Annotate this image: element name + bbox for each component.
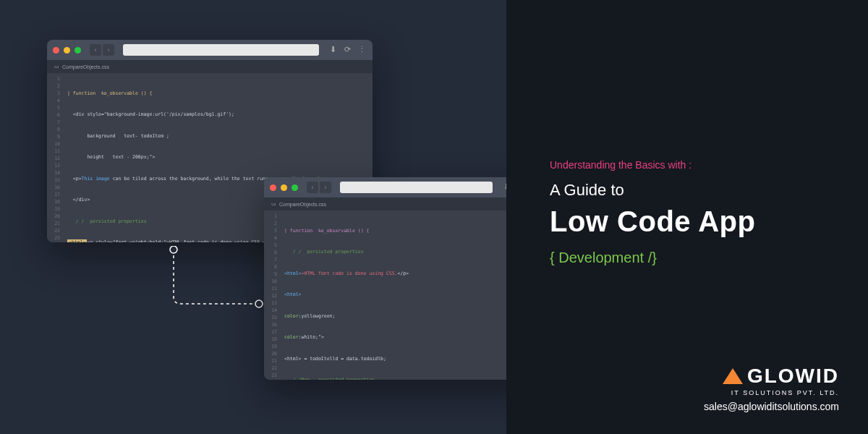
url-bar[interactable]	[123, 44, 319, 56]
code-window-2: ‹ › ⬇ ⟳ ⋮ ▭ CompareObjects.css 123456789…	[264, 177, 546, 380]
download-icon[interactable]: ⬇	[328, 45, 338, 55]
minimize-dot-icon[interactable]	[281, 184, 287, 191]
svg-point-0	[170, 246, 177, 253]
forward-button[interactable]: ›	[103, 44, 114, 56]
brand-block: GLOWID IT SOLUTIONS PVT. LTD. sales@aglo…	[704, 365, 839, 412]
left-panel: ‹ › ⬇ ⟳ ⋮ ▭ CompareObjects.css 123456789…	[0, 0, 506, 434]
close-dot-icon[interactable]	[53, 47, 59, 54]
code-body-2: 1234567891011121314151617181920212223 | …	[264, 210, 546, 380]
connector-line	[166, 246, 268, 311]
url-bar[interactable]	[340, 182, 493, 193]
svg-point-1	[255, 300, 263, 307]
brand-subtitle: IT SOLUTIONS PVT. LTD.	[704, 389, 839, 396]
brand-email: sales@aglowiditsolutions.com	[704, 401, 839, 412]
development-line: { Development /}	[550, 250, 839, 266]
refresh-icon[interactable]: ⟳	[342, 45, 352, 55]
main-title: Low Code App	[550, 205, 839, 238]
brand-logo: GLOWID	[704, 365, 839, 388]
guide-to: A Guide to	[550, 181, 839, 200]
file-tab[interactable]: CompareObjects.css	[62, 64, 109, 69]
titlebar-2: ‹ › ⬇ ⟳ ⋮	[264, 177, 546, 197]
file-icon: ▭	[271, 201, 276, 207]
nav-arrows: ‹ ›	[307, 182, 331, 193]
menu-icon[interactable]: ⋮	[357, 45, 367, 55]
close-dot-icon[interactable]	[270, 184, 276, 191]
minimize-dot-icon[interactable]	[64, 47, 70, 54]
file-icon: ▭	[54, 64, 59, 69]
back-button[interactable]: ‹	[90, 44, 101, 56]
forward-button[interactable]: ›	[320, 182, 331, 193]
maximize-dot-icon[interactable]	[75, 47, 81, 54]
back-button[interactable]: ‹	[307, 182, 318, 193]
titlebar-1: ‹ › ⬇ ⟳ ⋮	[47, 40, 373, 60]
maximize-dot-icon[interactable]	[292, 184, 298, 191]
tab-bar-1: ▭ CompareObjects.css	[47, 60, 373, 73]
right-panel: Understanding the Basics with : A Guide …	[506, 0, 868, 434]
brand-triangle-icon	[723, 368, 743, 384]
tab-bar-2: ▭ CompareObjects.css	[264, 197, 546, 210]
gutter-2: 1234567891011121314151617181920212223	[264, 210, 280, 380]
brand-name: GLOWID	[747, 365, 839, 388]
tagline: Understanding the Basics with :	[550, 159, 839, 171]
gutter-1: 1234567891011121314151617181920212223	[47, 73, 63, 242]
nav-arrows: ‹ ›	[90, 44, 114, 56]
file-tab[interactable]: CompareObjects.css	[279, 202, 326, 207]
